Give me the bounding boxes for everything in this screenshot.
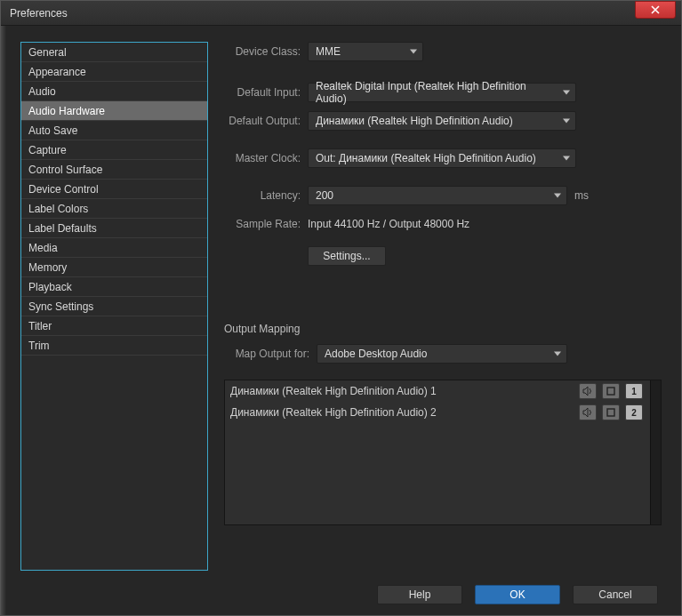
sidebar-item-label-colors[interactable]: Label Colors — [21, 199, 207, 219]
square-icon[interactable] — [602, 383, 620, 399]
default-output-row: Default Output: Динамики (Realtek High D… — [224, 111, 662, 131]
sidebar-item-appearance[interactable]: Appearance — [21, 62, 207, 82]
spacer — [224, 177, 662, 186]
sidebar-item-label: Playback — [28, 281, 72, 293]
device-class-row: Device Class: MME — [224, 42, 662, 61]
sidebar-item-label: Audio Hardware — [28, 105, 105, 117]
svg-rect-1 — [607, 409, 614, 416]
master-clock-label: Master Clock: — [224, 152, 301, 164]
close-button[interactable] — [635, 1, 676, 19]
map-output-label: Map Output for: — [224, 348, 309, 360]
chevron-down-icon — [563, 156, 570, 161]
settings-row: Settings... — [308, 246, 662, 266]
sidebar-item-label: Audio — [28, 85, 56, 98]
sidebar-item-label: Device Control — [28, 183, 99, 196]
sidebar-item-media[interactable]: Media — [21, 238, 207, 258]
settings-button-label: Settings... — [323, 250, 370, 262]
latency-value: 200 — [316, 189, 333, 202]
footer: Help OK Cancel — [20, 571, 662, 604]
speaker-icon[interactable] — [579, 404, 597, 420]
window-left-edge — [1, 26, 6, 615]
cancel-button[interactable]: Cancel — [573, 585, 658, 604]
map-output-value: Adobe Desktop Audio — [325, 348, 427, 360]
output-mapping-title: Output Mapping — [224, 323, 662, 335]
sidebar-item-label: Auto Save — [28, 124, 77, 137]
speaker-icon[interactable] — [579, 383, 597, 399]
close-icon — [651, 5, 660, 14]
sidebar-item-label: Media — [28, 242, 58, 254]
ok-label: OK — [509, 588, 525, 601]
default-input-label: Default Input: — [224, 86, 301, 99]
default-input-dropdown[interactable]: Realtek Digital Input (Realtek High Defi… — [308, 83, 576, 102]
sidebar-item-sync-settings[interactable]: Sync Settings — [21, 297, 207, 316]
cancel-label: Cancel — [598, 588, 631, 601]
default-input-value: Realtek Digital Input (Realtek High Defi… — [316, 80, 554, 105]
map-output-row: Map Output for: Adobe Desktop Audio — [224, 344, 662, 364]
sidebar-item-label: Trim — [28, 340, 50, 352]
body: General Appearance Audio Audio Hardware … — [1, 26, 681, 615]
chevron-down-icon — [563, 91, 570, 95]
sidebar-item-trim[interactable]: Trim — [21, 336, 207, 356]
sample-rate-value: Input 44100 Hz / Output 48000 Hz — [308, 218, 469, 230]
default-output-dropdown[interactable]: Динамики (Realtek High Definition Audio) — [308, 111, 576, 131]
sidebar-item-label: Memory — [28, 261, 67, 274]
device-class-label: Device Class: — [224, 45, 301, 58]
ok-button[interactable]: OK — [475, 585, 560, 604]
sidebar-item-label: Sync Settings — [28, 300, 93, 313]
sidebar-item-label: Titler — [28, 320, 52, 332]
sidebar-item-playback[interactable]: Playback — [21, 277, 207, 297]
sidebar-item-memory[interactable]: Memory — [21, 258, 207, 277]
latency-dropdown[interactable]: 200 — [308, 186, 567, 205]
sidebar-item-device-control[interactable]: Device Control — [21, 180, 207, 199]
sidebar-item-audio[interactable]: Audio — [21, 82, 207, 101]
preferences-window: Preferences General Appearance Audio Aud… — [0, 0, 682, 616]
mapping-name: Динамики (Realtek High Definition Audio)… — [230, 385, 574, 397]
sidebar-item-label: Control Surface — [28, 164, 102, 176]
latency-label: Latency: — [224, 189, 301, 202]
chevron-down-icon — [410, 50, 417, 54]
sidebar-item-general[interactable]: General — [21, 43, 207, 62]
chevron-down-icon — [554, 194, 561, 198]
chevron-down-icon — [554, 352, 561, 356]
channel-number[interactable]: 1 — [625, 383, 643, 399]
latency-row: Latency: 200 ms — [224, 186, 662, 205]
sidebar-item-label: Label Colors — [28, 203, 88, 215]
master-clock-value: Out: Динамики (Realtek High Definition A… — [316, 152, 536, 164]
columns: General Appearance Audio Audio Hardware … — [20, 42, 662, 571]
mapping-row[interactable]: Динамики (Realtek High Definition Audio)… — [225, 402, 648, 423]
default-input-row: Default Input: Realtek Digital Input (Re… — [224, 83, 662, 102]
default-output-value: Динамики (Realtek High Definition Audio) — [316, 115, 513, 127]
square-icon[interactable] — [602, 404, 620, 420]
scrollbar[interactable] — [650, 380, 661, 524]
sample-rate-label: Sample Rate: — [224, 218, 301, 230]
map-output-dropdown[interactable]: Adobe Desktop Audio — [317, 344, 567, 364]
help-label: Help — [409, 588, 431, 601]
sidebar-item-capture[interactable]: Capture — [21, 140, 207, 160]
master-clock-dropdown[interactable]: Out: Динамики (Realtek High Definition A… — [308, 148, 576, 168]
spacer — [224, 372, 662, 380]
spacer — [224, 291, 662, 323]
svg-rect-0 — [607, 388, 614, 395]
sidebar-item-titler[interactable]: Titler — [21, 316, 207, 336]
spacer — [224, 140, 662, 148]
titlebar: Preferences — [1, 1, 681, 26]
channel-number[interactable]: 2 — [625, 404, 643, 420]
sidebar-item-auto-save[interactable]: Auto Save — [21, 121, 207, 140]
mapping-name: Динамики (Realtek High Definition Audio)… — [230, 406, 574, 419]
device-class-value: MME — [316, 45, 341, 58]
mapping-row[interactable]: Динамики (Realtek High Definition Audio)… — [225, 380, 648, 402]
master-clock-row: Master Clock: Out: Динамики (Realtek Hig… — [224, 148, 662, 168]
sidebar-item-label-defaults[interactable]: Label Defaults — [21, 219, 207, 238]
settings-button[interactable]: Settings... — [308, 246, 386, 266]
help-button[interactable]: Help — [377, 585, 462, 604]
device-class-dropdown[interactable]: MME — [308, 42, 423, 61]
sidebar-item-label: Label Defaults — [28, 222, 97, 235]
sidebar-item-label: Appearance — [28, 66, 86, 78]
main-panel: Device Class: MME Default Input: Realtek… — [224, 42, 662, 571]
sidebar-item-audio-hardware[interactable]: Audio Hardware — [21, 101, 207, 121]
sidebar-item-control-surface[interactable]: Control Surface — [21, 160, 207, 180]
latency-unit: ms — [574, 189, 589, 202]
sidebar-item-label: General — [28, 46, 67, 59]
sidebar-item-label: Capture — [28, 144, 67, 156]
output-mapping-list: Динамики (Realtek High Definition Audio)… — [224, 380, 662, 525]
